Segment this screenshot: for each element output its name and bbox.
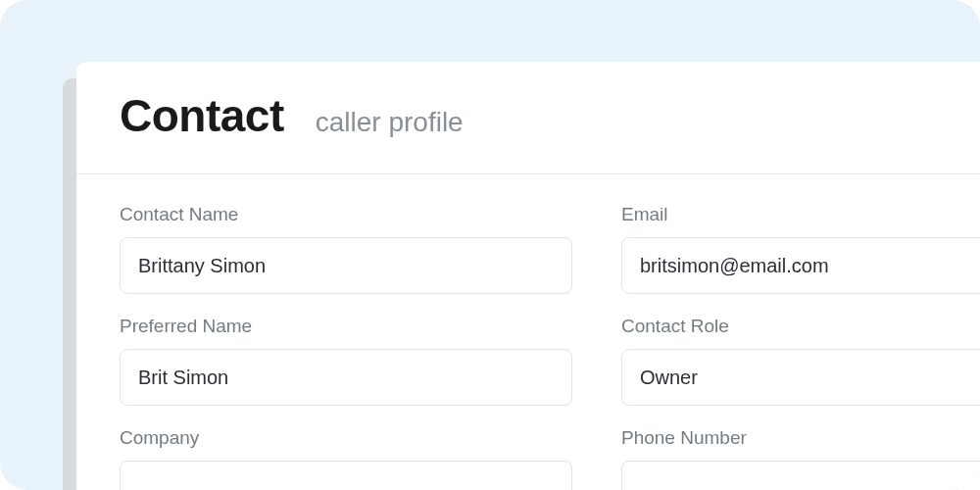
field-contact-name: Contact Name: [120, 204, 572, 294]
card-title: Contact: [120, 89, 284, 142]
input-contact-role[interactable]: [621, 349, 980, 406]
contact-card: Contact caller profile Contact Name Emai…: [76, 62, 980, 490]
label-contact-role: Contact Role: [621, 316, 980, 337]
input-phone-number[interactable]: [621, 461, 980, 490]
label-email: Email: [621, 204, 980, 225]
field-company: Company: [120, 427, 572, 490]
label-company: Company: [120, 427, 572, 449]
form-grid: Contact Name Email Preferred Name Contac…: [120, 204, 980, 490]
field-preferred-name: Preferred Name: [120, 316, 572, 406]
label-preferred-name: Preferred Name: [120, 316, 572, 337]
input-preferred-name[interactable]: [120, 349, 572, 406]
card-body: Contact Name Email Preferred Name Contac…: [76, 174, 980, 490]
field-phone-number: Phone Number: [621, 427, 980, 490]
field-contact-role: Contact Role: [621, 316, 980, 406]
input-contact-name[interactable]: [120, 237, 572, 294]
field-email: Email: [621, 204, 980, 294]
card-header: Contact caller profile: [76, 62, 980, 174]
page-background: Contact caller profile Contact Name Emai…: [0, 0, 980, 490]
label-contact-name: Contact Name: [120, 204, 572, 225]
card-subtitle: caller profile: [316, 107, 464, 138]
input-email[interactable]: [621, 237, 980, 294]
input-company[interactable]: [120, 461, 572, 490]
label-phone-number: Phone Number: [621, 427, 980, 449]
